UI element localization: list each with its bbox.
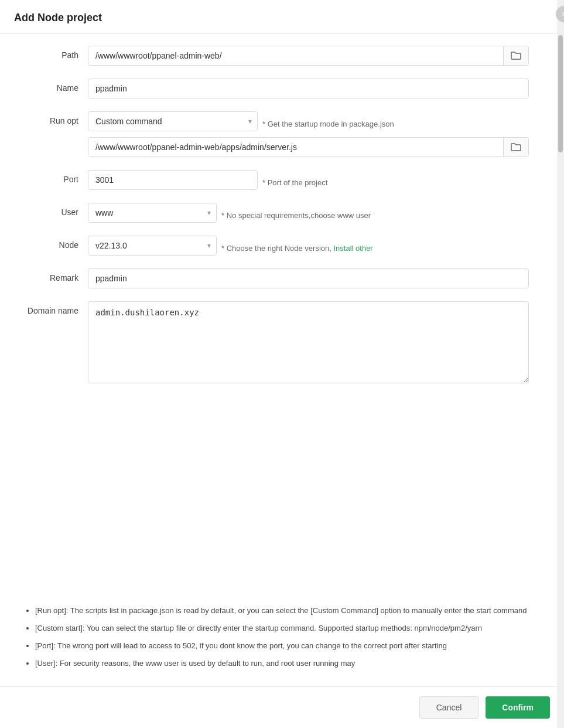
- path-row: Path: [23, 46, 529, 66]
- port-input[interactable]: [88, 170, 258, 190]
- remark-control: [88, 268, 529, 288]
- dialog-header: Add Node project ×: [0, 0, 564, 34]
- note-item: [Port]: The wrong port will lead to acce…: [35, 639, 541, 652]
- node-hint: * Choose the right Node version, Install…: [217, 239, 373, 253]
- domain-name-textarea[interactable]: admin.dushilaoren.xyz: [88, 301, 529, 383]
- name-input[interactable]: [88, 79, 529, 98]
- dialog-title: Add Node project: [14, 12, 102, 24]
- port-row: Port * Port of the project: [23, 170, 529, 190]
- scrollbar-track: [557, 0, 564, 728]
- user-select-wrap: www root ▾: [88, 203, 217, 223]
- run-opt-hint: * Get the startup mode in package.json: [258, 115, 394, 128]
- domain-name-row: Domain name admin.dushilaoren.xyz: [23, 301, 529, 383]
- path-input-wrap: [88, 46, 529, 66]
- run-opt-select-wrap: Custom command npm start yarn start node…: [88, 111, 258, 131]
- node-control: v22.13.0 v20.0.0 v18.0.0 ▾ * Choose the …: [88, 236, 529, 256]
- node-row: Node v22.13.0 v20.0.0 v18.0.0 ▾ * Choose…: [23, 236, 529, 256]
- install-other-link[interactable]: Install other: [334, 244, 373, 253]
- port-hint: * Port of the project: [258, 174, 327, 187]
- custom-command-folder-icon[interactable]: [503, 138, 528, 157]
- notes-list: [Run opt]: The scripts list in package.j…: [23, 604, 541, 670]
- name-row: Name: [23, 79, 529, 98]
- cancel-button[interactable]: Cancel: [419, 696, 479, 719]
- domain-name-label: Domain name: [23, 301, 88, 315]
- note-item: [User]: For security reasons, the www us…: [35, 657, 541, 670]
- node-select-wrap: v22.13.0 v20.0.0 v18.0.0 ▾: [88, 236, 217, 256]
- user-row: User www root ▾ * No special requirement…: [23, 203, 529, 223]
- run-opt-controls: Custom command npm start yarn start node…: [88, 111, 529, 157]
- remark-label: Remark: [23, 268, 88, 283]
- custom-command-input-wrap: [88, 137, 529, 157]
- custom-command-input[interactable]: [88, 138, 503, 157]
- node-label: Node: [23, 236, 88, 250]
- dialog-footer: Cancel Confirm: [0, 686, 564, 728]
- domain-name-control: admin.dushilaoren.xyz: [88, 301, 529, 383]
- node-hint-prefix: * Choose the right Node version,: [221, 244, 334, 253]
- name-label: Name: [23, 79, 88, 93]
- note-item: [Run opt]: The scripts list in package.j…: [35, 604, 541, 617]
- note-item: [Custom start]: You can select the start…: [35, 622, 541, 635]
- name-control: [88, 79, 529, 98]
- user-hint: * No special requirements,choose www use…: [217, 206, 371, 220]
- remark-row: Remark: [23, 268, 529, 288]
- port-row-hint: * Port of the project: [88, 170, 529, 190]
- remark-input[interactable]: [88, 268, 529, 288]
- run-opt-row: Run opt Custom command npm start yarn st…: [23, 111, 529, 157]
- scrollbar-thumb[interactable]: [558, 35, 563, 152]
- user-row-hint: www root ▾ * No special requirements,cho…: [88, 203, 529, 223]
- port-label: Port: [23, 170, 88, 184]
- path-label: Path: [23, 46, 88, 60]
- add-node-project-dialog: Add Node project × Path Name: [0, 0, 564, 728]
- user-label: User: [23, 203, 88, 217]
- path-input[interactable]: [88, 46, 503, 65]
- user-select[interactable]: www root: [88, 203, 217, 223]
- dialog-body: Path Name Run opt: [0, 34, 564, 598]
- run-opt-label: Run opt: [23, 111, 88, 125]
- path-folder-icon[interactable]: [503, 46, 528, 65]
- node-select[interactable]: v22.13.0 v20.0.0 v18.0.0: [88, 236, 217, 256]
- run-opt-first-line: Custom command npm start yarn start node…: [88, 111, 529, 131]
- node-row-hint: v22.13.0 v20.0.0 v18.0.0 ▾ * Choose the …: [88, 236, 529, 256]
- user-control: www root ▾ * No special requirements,cho…: [88, 203, 529, 223]
- port-control: * Port of the project: [88, 170, 529, 190]
- run-opt-select[interactable]: Custom command npm start yarn start node: [88, 111, 258, 131]
- notes-section: [Run opt]: The scripts list in package.j…: [0, 598, 564, 686]
- path-control: [88, 46, 529, 66]
- confirm-button[interactable]: Confirm: [486, 696, 550, 719]
